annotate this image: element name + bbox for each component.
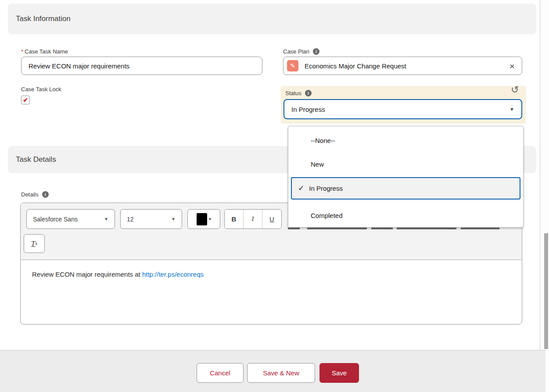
font-family-select[interactable]: Salesforce Sans ▼ — [26, 209, 115, 229]
chevron-down-icon: ▼ — [104, 217, 108, 221]
status-combobox[interactable]: In Progress ▼ — [283, 99, 522, 119]
section-title: Task Details — [16, 155, 56, 164]
status-option-new[interactable]: New — [288, 152, 523, 176]
modal-footer: Cancel Save & New Save — [0, 350, 545, 392]
status-dropdown-listbox: --None-- New ✓ In Progress Completed — [288, 126, 524, 228]
case-task-lock-checkbox[interactable]: ✔ — [21, 96, 30, 104]
info-icon[interactable]: i — [305, 90, 312, 96]
chevron-down-icon: ▼ — [510, 107, 514, 112]
text-color-button[interactable]: ▾ — [187, 209, 220, 229]
hidden-toolbar-button-edge — [397, 228, 456, 229]
chevron-down-icon: ▼ — [171, 217, 176, 221]
status-option-completed[interactable]: Completed — [288, 203, 523, 227]
case-task-lock-label: Case Task Lock — [21, 86, 61, 93]
info-icon[interactable]: i — [42, 191, 49, 198]
checkbox-check-icon: ✔ — [23, 97, 28, 103]
case-plan-label: Case Plan i — [283, 48, 319, 55]
info-icon[interactable]: i — [313, 48, 319, 55]
hidden-toolbar-button-edge — [307, 228, 367, 229]
section-title: Task Information — [16, 14, 71, 23]
case-task-name-label: * Case Task Name — [21, 48, 68, 55]
section-header-task-information: Task Information — [8, 4, 536, 34]
vertical-scrollbar-thumb[interactable] — [544, 233, 548, 349]
case-plan-lookup-pill[interactable]: ✎ Economics Major Change Request × — [283, 57, 522, 75]
case-plan-record-icon: ✎ — [287, 60, 298, 71]
case-plan-value: Economics Major Change Request — [305, 62, 506, 70]
color-swatch — [197, 213, 207, 225]
status-label: Status i — [285, 90, 312, 96]
cancel-button[interactable]: Cancel — [197, 363, 244, 383]
pencil-icon: ✎ — [290, 62, 295, 69]
underline-button[interactable]: U — [262, 210, 281, 228]
details-text: Review ECON major requirements at — [32, 271, 142, 278]
status-option-none[interactable]: --None-- — [288, 128, 523, 152]
save-and-new-button[interactable]: Save & New — [247, 363, 315, 383]
remove-formatting-button[interactable]: Tx — [24, 234, 45, 253]
status-option-in-progress[interactable]: ✓ In Progress — [291, 177, 520, 200]
font-size-select[interactable]: 12 ▼ — [120, 209, 182, 229]
italic-button[interactable]: I — [244, 210, 262, 228]
case-task-name-input[interactable]: Review ECON major requirements — [21, 57, 262, 75]
hidden-toolbar-button-edge — [288, 228, 300, 229]
check-icon: ✓ — [298, 184, 304, 193]
clear-selection-icon[interactable]: × — [506, 61, 518, 71]
details-text-area[interactable]: Review ECON major requirements at http:/… — [21, 260, 522, 325]
undo-icon[interactable]: ↺ — [511, 85, 519, 95]
case-task-name-value: Review ECON major requirements — [29, 62, 129, 70]
text-style-button-group: B I U — [224, 209, 282, 229]
save-button[interactable]: Save — [319, 363, 359, 383]
hidden-toolbar-button-edge — [371, 228, 393, 229]
hidden-toolbar-button-edge — [461, 228, 499, 229]
bold-button[interactable]: B — [225, 210, 244, 228]
chevron-down-icon: ▾ — [209, 216, 212, 222]
details-label: Details i — [21, 191, 49, 198]
details-link[interactable]: http://ter.ps/econreqs — [142, 271, 204, 278]
edit-case-task-modal: Task Information * Case Task Name Review… — [0, 0, 549, 392]
status-selected-value: In Progress — [291, 106, 325, 113]
required-asterisk: * — [21, 48, 23, 55]
